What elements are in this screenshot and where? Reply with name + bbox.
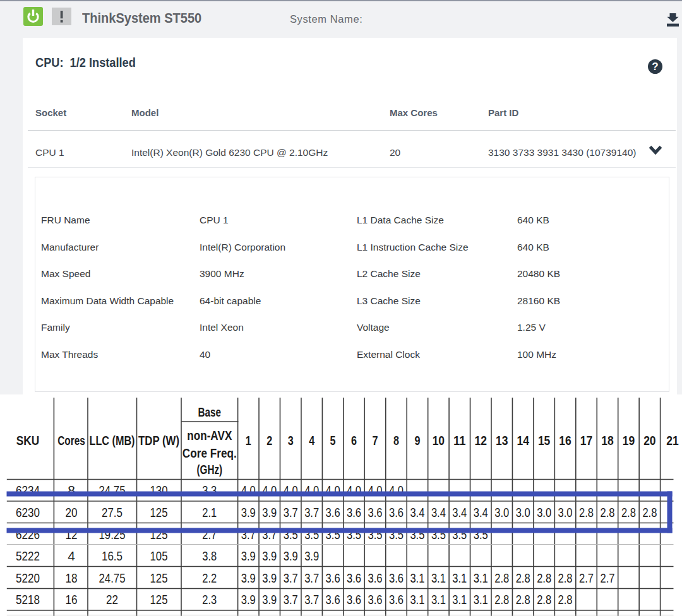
svg-text:14: 14: [517, 434, 529, 447]
svg-text:LLC (MB): LLC (MB): [90, 434, 135, 447]
svg-text:3.0: 3.0: [494, 505, 509, 519]
svg-text:3.7: 3.7: [304, 505, 319, 519]
svg-text:125: 125: [150, 571, 168, 585]
svg-text:2.8: 2.8: [558, 592, 573, 607]
svg-text:3.1: 3.1: [474, 571, 488, 585]
svg-text:5222: 5222: [16, 548, 40, 563]
svg-text:2.8: 2.8: [494, 571, 509, 585]
svg-text:20: 20: [643, 434, 656, 447]
svg-text:3.9: 3.9: [262, 571, 277, 585]
svg-text:125: 125: [150, 592, 168, 607]
svg-text:2.7: 2.7: [579, 571, 594, 585]
svg-text:3.0: 3.0: [537, 505, 551, 519]
svg-text:2.8: 2.8: [537, 571, 551, 585]
svg-text:9: 9: [414, 434, 420, 447]
svg-text:15: 15: [538, 434, 551, 447]
svg-text:3.9: 3.9: [304, 548, 319, 563]
svg-text:3.9: 3.9: [262, 548, 277, 563]
svg-text:3.1: 3.1: [431, 592, 446, 607]
svg-text:2.8: 2.8: [579, 505, 594, 519]
svg-text:3.9: 3.9: [262, 592, 277, 607]
svg-text:3.7: 3.7: [304, 571, 319, 585]
svg-text:3: 3: [288, 434, 294, 447]
svg-text:2.8: 2.8: [600, 505, 614, 519]
svg-text:3.4: 3.4: [431, 505, 446, 519]
svg-text:3.1: 3.1: [452, 592, 467, 607]
svg-text:17: 17: [580, 434, 593, 447]
svg-text:3.6: 3.6: [326, 592, 340, 607]
svg-text:2.8: 2.8: [537, 592, 551, 607]
svg-text:24.75: 24.75: [99, 571, 126, 585]
svg-text:TDP (W): TDP (W): [138, 434, 179, 447]
svg-text:3.6: 3.6: [368, 592, 383, 607]
svg-text:3.7: 3.7: [284, 592, 298, 607]
svg-text:(GHz): (GHz): [197, 463, 223, 477]
svg-text:16: 16: [66, 592, 78, 607]
svg-text:3.6: 3.6: [347, 592, 361, 607]
svg-text:3.7: 3.7: [284, 571, 298, 585]
svg-text:6: 6: [351, 434, 357, 447]
svg-text:3.4: 3.4: [474, 505, 488, 519]
svg-text:2.8: 2.8: [516, 592, 530, 607]
svg-text:13: 13: [496, 434, 508, 447]
svg-text:4: 4: [309, 434, 315, 447]
svg-text:27.5: 27.5: [102, 505, 123, 519]
svg-text:2.8: 2.8: [642, 505, 657, 519]
svg-text:non-AVX: non-AVX: [187, 429, 232, 442]
svg-text:3.6: 3.6: [389, 571, 404, 585]
svg-text:16: 16: [559, 434, 571, 447]
svg-text:4: 4: [68, 548, 75, 563]
svg-text:3.6: 3.6: [368, 505, 383, 519]
svg-text:3.4: 3.4: [410, 505, 424, 519]
svg-text:105: 105: [150, 548, 168, 563]
svg-text:18: 18: [66, 571, 78, 585]
svg-text:3.7: 3.7: [284, 505, 298, 519]
svg-text:3.6: 3.6: [368, 571, 383, 585]
svg-text:3.6: 3.6: [389, 592, 404, 607]
svg-text:3.0: 3.0: [558, 505, 573, 519]
svg-text:3.4: 3.4: [452, 505, 467, 519]
svg-text:3.8: 3.8: [202, 548, 217, 563]
svg-text:Cores: Cores: [57, 434, 85, 447]
svg-text:2.8: 2.8: [621, 505, 636, 519]
svg-text:21: 21: [666, 434, 679, 447]
svg-text:3.1: 3.1: [410, 592, 424, 607]
svg-text:3.1: 3.1: [410, 571, 424, 585]
svg-text:11: 11: [453, 434, 466, 447]
svg-text:5218: 5218: [16, 592, 40, 607]
svg-text:3.9: 3.9: [241, 548, 256, 563]
svg-text:8: 8: [393, 434, 399, 447]
svg-text:16.5: 16.5: [102, 548, 123, 563]
svg-text:3.7: 3.7: [304, 592, 319, 607]
svg-text:SKU: SKU: [16, 434, 40, 447]
svg-text:125: 125: [150, 505, 168, 519]
svg-text:3.6: 3.6: [326, 505, 340, 519]
svg-text:?: ?: [652, 61, 658, 73]
svg-text:20: 20: [66, 505, 78, 519]
svg-text:3.1: 3.1: [474, 592, 488, 607]
svg-text:2.3: 2.3: [202, 592, 217, 607]
svg-text:3.9: 3.9: [262, 505, 277, 519]
svg-text:7: 7: [373, 434, 378, 447]
svg-text:2.2: 2.2: [202, 571, 217, 585]
svg-text:1: 1: [246, 434, 251, 447]
svg-text:2.8: 2.8: [494, 592, 509, 607]
svg-text:2.8: 2.8: [516, 571, 530, 585]
svg-text:18: 18: [601, 434, 614, 447]
svg-text:2: 2: [266, 434, 272, 447]
svg-text:10: 10: [433, 434, 445, 447]
svg-text:3.6: 3.6: [347, 571, 361, 585]
svg-text:3.1: 3.1: [452, 571, 467, 585]
svg-text:Base: Base: [198, 405, 222, 419]
svg-text:3.6: 3.6: [347, 505, 361, 519]
svg-text:3.1: 3.1: [431, 571, 446, 585]
svg-text:3.9: 3.9: [241, 592, 256, 607]
svg-text:22: 22: [106, 592, 118, 607]
svg-text:3.6: 3.6: [389, 505, 404, 519]
svg-text:6230: 6230: [16, 505, 40, 519]
svg-text:3.9: 3.9: [241, 571, 256, 585]
svg-text:3.0: 3.0: [516, 505, 530, 519]
svg-text:2.1: 2.1: [202, 505, 217, 519]
svg-text:5: 5: [330, 434, 336, 447]
svg-text:5220: 5220: [16, 571, 40, 585]
